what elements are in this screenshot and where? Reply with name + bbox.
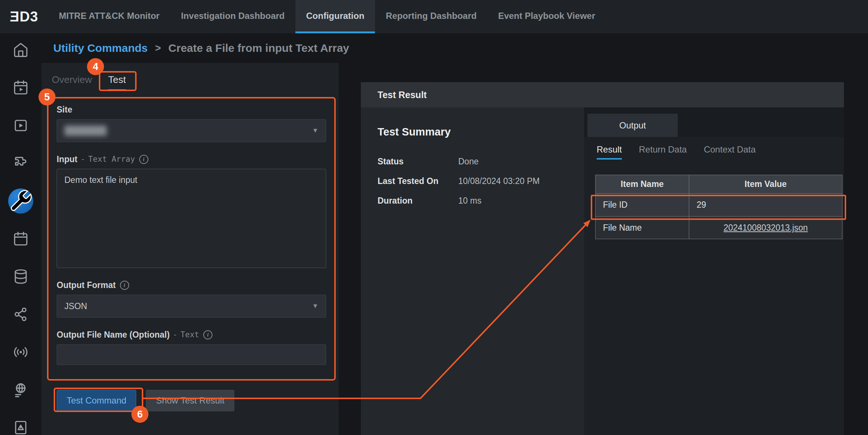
output-file-name-label-text: Output File Name (Optional) <box>57 330 170 340</box>
result-table: Item Name Item Value File ID 29 File Nam… <box>595 175 842 239</box>
site-label: Site <box>57 104 326 115</box>
event-monitor-icon[interactable] <box>12 79 29 96</box>
site-label-text: Site <box>57 105 72 115</box>
output-file-name-input[interactable] <box>57 344 326 365</box>
share-connections-icon[interactable] <box>12 306 29 323</box>
test-summary-title: Test Summary <box>378 126 570 138</box>
site-value-redacted <box>64 126 107 136</box>
test-form: Site ▼ Input - Text Array i Demo text fi… <box>47 97 336 381</box>
chevron-down-icon: ▼ <box>312 302 318 310</box>
test-command-button[interactable]: Test Command <box>57 390 136 411</box>
top-nav: ƎD3 MITRE ATT&CK Monitor Investigation D… <box>0 0 868 33</box>
table-cell-file-name-name: File Name <box>596 217 689 239</box>
table-cell-file-name-value: 20241008032013.json <box>689 217 842 239</box>
d3-logo: ƎD3 <box>0 0 48 33</box>
output-format-value: JSON <box>64 301 87 311</box>
site-dropdown[interactable]: ▼ <box>57 119 326 142</box>
info-icon[interactable]: i <box>120 281 129 290</box>
database-icon[interactable] <box>12 268 29 285</box>
broadcast-icon[interactable] <box>12 344 29 361</box>
duration-value: 10 ms <box>458 196 482 206</box>
last-tested-label: Last Tested On <box>378 176 458 186</box>
input-label-text: Input <box>57 154 77 164</box>
duration-label: Duration <box>378 196 458 206</box>
column-header-item-value: Item Value <box>689 175 842 194</box>
test-result-header: Test Result <box>361 82 844 107</box>
info-icon[interactable]: i <box>203 330 212 339</box>
hint-dash: - <box>81 155 84 164</box>
utility-commands-icon[interactable] <box>8 188 33 214</box>
output-format-dropdown[interactable]: JSON ▼ <box>57 295 326 318</box>
chevron-down-icon: ▼ <box>312 127 318 134</box>
table-cell-file-id-value: 29 <box>689 194 842 217</box>
tab-output[interactable]: Output <box>587 114 678 137</box>
show-test-result-button[interactable]: Show Test Result <box>146 390 234 411</box>
summary-row-last-tested: Last Tested On 10/08/2024 03:20 PM <box>378 176 570 186</box>
playbook-icon[interactable] <box>12 117 29 134</box>
subtab-context-data[interactable]: Context Data <box>704 144 755 160</box>
subtab-return-data[interactable]: Return Data <box>639 144 687 160</box>
info-icon[interactable]: i <box>139 155 148 164</box>
breadcrumb: Utility Commands > Create a File from in… <box>41 33 349 63</box>
output-section: Output Result Return Data Context Data I… <box>584 107 844 435</box>
page-title: Create a File from input Text Array <box>168 42 349 54</box>
summary-row-duration: Duration 10 ms <box>378 196 570 206</box>
file-download-link[interactable]: 20241008032013.json <box>724 223 808 233</box>
command-test-panel: Overview Test Site ▼ Input - Text Array … <box>41 63 339 435</box>
geo-globe-icon[interactable] <box>12 381 29 398</box>
test-actions: Test Command Show Test Result <box>57 390 234 411</box>
input-label: Input - Text Array i <box>57 154 326 164</box>
home-icon[interactable] <box>12 41 29 58</box>
nav-configuration[interactable]: Configuration <box>295 0 375 33</box>
breadcrumb-separator-icon: > <box>155 43 161 54</box>
output-file-type-hint: Text <box>180 330 199 339</box>
nav-event-playbook-viewer[interactable]: Event Playbook Viewer <box>487 0 606 33</box>
report-audit-icon[interactable] <box>12 419 29 435</box>
hint-dash: - <box>174 330 176 339</box>
output-format-label-text: Output Format <box>57 280 116 290</box>
column-header-item-name: Item Name <box>596 175 689 194</box>
command-tabs: Overview Test <box>41 63 339 91</box>
nav-reporting-dashboard[interactable]: Reporting Dashboard <box>375 0 487 33</box>
input-type-hint: Text Array <box>88 155 135 164</box>
nav-investigation-dashboard[interactable]: Investigation Dashboard <box>170 0 295 33</box>
integrations-icon[interactable] <box>12 155 29 172</box>
table-cell-file-id-name: File ID <box>596 194 689 217</box>
sidebar <box>0 33 41 435</box>
tab-test[interactable]: Test <box>108 74 126 91</box>
input-textarea[interactable]: Demo text file input <box>57 169 326 268</box>
schedule-icon[interactable] <box>12 230 29 247</box>
summary-row-status: Status Done <box>378 157 570 167</box>
status-label: Status <box>378 157 458 167</box>
tab-overview[interactable]: Overview <box>52 74 92 91</box>
test-result-panel: Test Result Test Summary Status Done Las… <box>361 82 844 435</box>
test-summary: Test Summary Status Done Last Tested On … <box>378 126 570 215</box>
status-value: Done <box>458 157 479 167</box>
output-subtabs: Result Return Data Context Data <box>597 144 756 160</box>
nav-mitre-attck-monitor[interactable]: MITRE ATT&CK Monitor <box>48 0 170 33</box>
last-tested-value: 10/08/2024 03:20 PM <box>458 176 540 186</box>
output-file-name-label: Output File Name (Optional) - Text i <box>57 329 326 340</box>
subtab-result[interactable]: Result <box>597 144 622 160</box>
breadcrumb-parent[interactable]: Utility Commands <box>53 42 148 54</box>
output-format-label: Output Format i <box>57 280 326 290</box>
